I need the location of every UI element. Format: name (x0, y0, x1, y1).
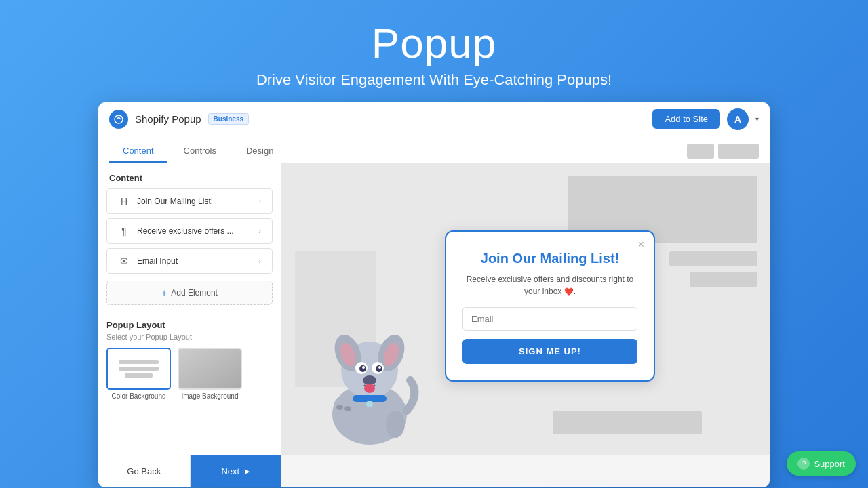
svg-point-14 (364, 384, 375, 393)
layout-thumb-image (178, 348, 242, 390)
paragraph-icon: ¶ (118, 226, 130, 237)
hero-section: Popup Drive Visitor Engagement With Eye-… (256, 0, 612, 102)
popup-layout-subtitle: Select your Popup Layout (106, 333, 273, 341)
item-label-2: Receive exclusive offers ... (137, 226, 234, 236)
list-item[interactable]: ¶ Receive exclusive offers ... › (106, 218, 273, 244)
add-element-button[interactable]: + Add Element (106, 281, 273, 305)
popup-modal: × Join Our Mailing List! Receive exclusi… (445, 230, 655, 382)
add-to-site-button[interactable]: Add to Site (652, 109, 720, 129)
popup-layout-section: Popup Layout Select your Popup Layout Co… (98, 313, 281, 407)
chevron-right-icon: › (258, 227, 261, 235)
bottom-buttons: Go Back Next ➤ (98, 455, 281, 487)
list-item[interactable]: H Join Our Mailing List! › (106, 188, 273, 214)
popup-title: Join Our Mailing List! (462, 251, 637, 266)
support-icon: ? (797, 458, 810, 470)
tab-action-buttons (687, 144, 759, 163)
svg-point-0 (115, 115, 123, 123)
svg-point-11 (362, 366, 365, 369)
add-element-label: Add Element (171, 288, 218, 298)
hero-subtitle: Drive Visitor Engagement With Eye-Catchi… (256, 71, 612, 89)
heart-icon: ❤️ (564, 287, 574, 296)
svg-point-20 (344, 406, 351, 411)
app-logo (109, 110, 128, 129)
support-button[interactable]: ? Support (787, 451, 856, 476)
tab-button-1[interactable] (687, 144, 714, 159)
avatar-button[interactable]: A (727, 108, 749, 130)
tab-content[interactable]: Content (109, 140, 167, 163)
next-arrow-icon: ➤ (243, 467, 250, 476)
popup-subtitle: Receive exclusive offers and discounts r… (462, 273, 637, 298)
layout-image-label: Image Background (182, 392, 239, 400)
topbar: Shopify Popup Business Add to Site A ▾ (98, 102, 770, 136)
popup-close-icon[interactable]: × (638, 239, 644, 251)
tabs-bar: Content Controls Design (98, 136, 770, 163)
chevron-right-icon: › (258, 257, 261, 265)
tab-design[interactable]: Design (233, 140, 287, 163)
content-area: Content H Join Our Mailing List! › ¶ Rec… (98, 163, 770, 455)
svg-point-12 (378, 366, 381, 369)
app-window: Shopify Popup Business Add to Site A ▾ C… (98, 102, 770, 487)
business-badge: Business (208, 113, 249, 125)
svg-point-19 (336, 405, 343, 410)
popup-signup-button[interactable]: SIGN ME UP! (462, 339, 637, 364)
svg-point-18 (386, 411, 405, 438)
preview-area: × Join Our Mailing List! Receive exclusi… (281, 163, 770, 455)
svg-point-16 (366, 401, 373, 407)
topbar-left: Shopify Popup Business (109, 110, 249, 129)
item-label-3: Email Input (137, 256, 178, 266)
svg-point-13 (363, 375, 376, 385)
plus-icon: + (161, 287, 167, 298)
app-title: Shopify Popup (135, 113, 201, 125)
dog-illustration (302, 306, 437, 455)
chevron-right-icon: › (258, 197, 261, 205)
popup-layout-title: Popup Layout (106, 320, 273, 330)
layout-option-color[interactable]: Color Background (106, 348, 171, 400)
layout-options: Color Background Image Background (106, 348, 273, 400)
topbar-right: Add to Site A ▾ (652, 108, 759, 130)
tab-button-2[interactable] (718, 144, 759, 159)
item-label-1: Join Our Mailing List! (137, 197, 213, 206)
placeholder-block-4 (553, 411, 702, 434)
next-button[interactable]: Next ➤ (191, 455, 282, 487)
panel-section-title: Content (98, 163, 281, 188)
layout-color-label: Color Background (111, 392, 165, 400)
email-icon: ✉ (118, 256, 130, 266)
placeholder-block-2 (669, 251, 757, 266)
hero-title: Popup (256, 19, 612, 67)
layout-thumb-color (106, 348, 171, 390)
tab-controls[interactable]: Controls (170, 140, 230, 163)
layout-option-image[interactable]: Image Background (178, 348, 242, 400)
go-back-button[interactable]: Go Back (98, 455, 191, 487)
heading-icon: H (118, 196, 130, 207)
popup-email-input[interactable] (462, 307, 637, 331)
list-item[interactable]: ✉ Email Input › (106, 248, 273, 274)
left-panel: Content H Join Our Mailing List! › ¶ Rec… (98, 163, 281, 455)
support-label: Support (814, 459, 845, 469)
chevron-down-icon[interactable]: ▾ (755, 115, 759, 123)
placeholder-block-3 (690, 272, 757, 287)
